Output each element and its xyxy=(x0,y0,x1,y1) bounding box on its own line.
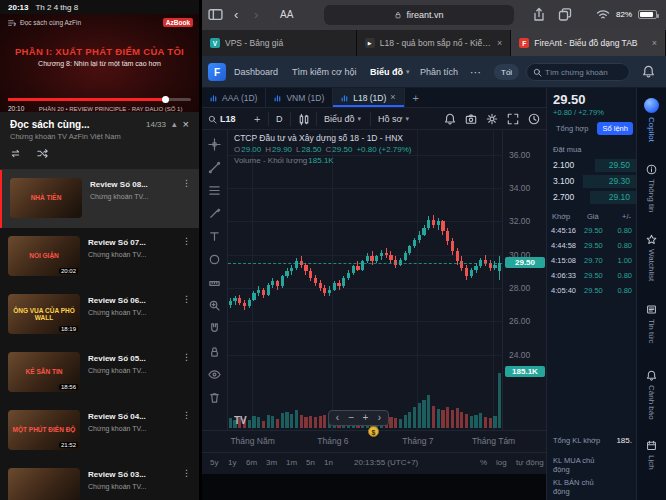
tool-fibonacci-icon[interactable] xyxy=(204,179,226,202)
log-scale-button[interactable]: log xyxy=(496,458,507,467)
kebab-menu-icon[interactable]: ⋮ xyxy=(180,410,193,420)
profile-menu[interactable]: Hồ sơ▾ xyxy=(378,108,409,130)
dock-calendar[interactable]: Lịch xyxy=(637,440,666,470)
gear-icon[interactable] xyxy=(486,108,498,130)
range-5y[interactable]: 5y xyxy=(210,458,218,467)
more-menu-icon[interactable]: ⋯ xyxy=(470,56,481,88)
nav-dashboard[interactable]: Dashboard xyxy=(234,56,278,88)
scroll-left-icon[interactable]: ‹ xyxy=(331,412,344,424)
list-item[interactable]: NỔI GIẬN 20:02 Review Số 07...Chứng khoá… xyxy=(0,228,199,286)
video-player[interactable]: Đọc sách cùng AzFin AzBook PHẦN I: XUẤT … xyxy=(0,14,199,112)
dock-watchlist[interactable]: Watchlist xyxy=(637,234,666,281)
new-chart-tab-button[interactable]: + xyxy=(405,88,427,107)
time-axis[interactable]: $ Tháng NămTháng 6Tháng 7Tháng Tám xyxy=(202,430,546,452)
back-icon[interactable]: ‹ xyxy=(234,7,238,22)
range-3m[interactable]: 3m xyxy=(266,458,277,467)
video-progress-bar[interactable] xyxy=(8,98,191,101)
kebab-menu-icon[interactable]: ⋮ xyxy=(180,236,193,246)
tool-ruler-icon[interactable] xyxy=(204,271,226,294)
alert-bell-icon[interactable] xyxy=(444,108,456,130)
nav-charts[interactable]: Biểu đồ▾ xyxy=(370,56,410,88)
interval-button[interactable]: D xyxy=(276,108,283,130)
share-icon[interactable] xyxy=(532,7,546,22)
chart-canvas[interactable]: CTCP Đầu tư và Xây dựng số 18 - 1D - HNX… xyxy=(228,130,502,430)
tool-brush-icon[interactable] xyxy=(204,202,226,225)
auto-scale-button[interactable]: tự động xyxy=(516,458,544,467)
tool-zoom-icon[interactable] xyxy=(204,294,226,317)
range-1d[interactable]: 1n xyxy=(324,458,333,467)
tool-trendline-icon[interactable] xyxy=(204,156,226,179)
range-5d[interactable]: 5n xyxy=(306,458,315,467)
chart-tab-l18[interactable]: L18 (1D) × xyxy=(333,88,404,107)
list-item[interactable]: ÔNG VUA CỦA PHỐ WALL 18:19 Review Số 06.… xyxy=(0,286,199,344)
tool-text-icon[interactable] xyxy=(204,225,226,248)
tab-order-book[interactable]: Sổ lệnh xyxy=(597,122,632,135)
chart-menu[interactable]: Biểu đồ▾ xyxy=(324,108,361,130)
forward-icon[interactable]: › xyxy=(254,7,258,22)
dock-news[interactable]: Tin tức xyxy=(637,304,666,344)
symbol-search[interactable]: L18 xyxy=(208,108,236,130)
fullscreen-icon[interactable] xyxy=(507,108,519,130)
sidebar-icon[interactable] xyxy=(208,7,223,22)
tabs-icon[interactable] xyxy=(558,7,572,22)
tool-shapes-icon[interactable] xyxy=(204,248,226,271)
tool-crosshair-icon[interactable] xyxy=(204,133,226,156)
kebab-menu-icon[interactable]: ⋮ xyxy=(180,352,193,362)
tool-magnet-icon[interactable] xyxy=(204,317,226,340)
range-6m[interactable]: 6m xyxy=(246,458,257,467)
dock-alerts[interactable]: Cảnh báo xyxy=(637,370,666,420)
browser-tab-l18-article[interactable]: ▶ L18 - quả bom sắp nổ - Kiến th... × xyxy=(357,30,512,56)
chart-zoom-controls[interactable]: ‹ − + › xyxy=(328,410,389,426)
dock-copilot[interactable]: Copilot xyxy=(637,98,666,142)
session-coin-icon[interactable]: $ xyxy=(368,426,379,437)
tradingview-logo[interactable]: TV xyxy=(234,415,247,426)
range-1m[interactable]: 1m xyxy=(286,458,297,467)
browser-tab-fireant[interactable]: F FireAnt - Biểu đồ dạng TAB × xyxy=(511,30,666,56)
kebab-menu-icon[interactable]: ⋮ xyxy=(180,468,193,478)
candle-body xyxy=(375,256,378,261)
close-icon[interactable]: × xyxy=(497,39,502,48)
zoom-in-icon[interactable]: + xyxy=(359,412,372,424)
tool-lock-icon[interactable] xyxy=(204,340,226,363)
browser-tab-vps[interactable]: V VPS - Bảng giá xyxy=(202,30,357,56)
kebab-menu-icon[interactable]: ⋮ xyxy=(180,178,193,188)
list-item[interactable]: MỘT PHÚT ĐIÊN ĐỘ 21:52 Review Số 04...Ch… xyxy=(0,402,199,460)
shuffle-icon[interactable] xyxy=(37,148,48,159)
percent-scale-button[interactable]: % xyxy=(480,458,487,467)
chevron-up-icon[interactable]: ▴ xyxy=(172,120,177,129)
range-1y[interactable]: 1y xyxy=(228,458,236,467)
fireant-logo[interactable]: F xyxy=(208,63,226,81)
order-book-panel: 29.50 +0.80 / +2.79% Tổng hợp Sổ lệnh Đặ… xyxy=(546,88,636,500)
price-axis[interactable]: 36.0034.0032.0030.0028.0026.0024.0029.50… xyxy=(502,130,546,430)
candle-style-icon[interactable] xyxy=(298,108,310,130)
close-icon[interactable]: × xyxy=(183,119,189,130)
stock-search[interactable] xyxy=(526,63,630,81)
tool-trash-icon[interactable] xyxy=(204,386,226,409)
chart-tab-aaa[interactable]: AAA (1D) xyxy=(202,88,266,107)
camera-icon[interactable] xyxy=(465,108,477,130)
clock-icon[interactable] xyxy=(528,108,540,130)
loop-icon[interactable] xyxy=(10,148,21,159)
tool-eye-icon[interactable] xyxy=(204,363,226,386)
reader-button[interactable]: AA xyxy=(280,9,293,20)
kebab-menu-icon[interactable]: ⋮ xyxy=(180,294,193,304)
list-item[interactable]: Review Số 03...Chứng khoán TV... ⋮ xyxy=(0,460,199,500)
tab-overview[interactable]: Tổng hợp xyxy=(551,122,593,135)
dock-info[interactable]: Thông tin xyxy=(637,164,666,212)
close-icon[interactable]: × xyxy=(652,39,657,48)
chart-tab-vnm[interactable]: VNM (1D) xyxy=(266,88,333,107)
progress-scrubber[interactable] xyxy=(162,96,169,103)
close-icon[interactable]: × xyxy=(390,93,395,102)
nav-opportunities[interactable]: Tìm kiếm cơ hội xyxy=(292,56,356,88)
theme-toggle[interactable]: Tối xyxy=(494,64,519,80)
clock-utc[interactable]: 20:13:55 (UTC+7) xyxy=(354,458,418,467)
list-item[interactable]: NHÀ TIỀN Review Số 08...Chứng khoán TV..… xyxy=(0,170,199,228)
bell-icon[interactable] xyxy=(642,65,655,78)
zoom-out-icon[interactable]: − xyxy=(345,412,358,424)
list-item[interactable]: KẺ SĂN TIN 18:56 Review Số 05...Chứng kh… xyxy=(0,344,199,402)
nav-analysis[interactable]: Phân tích xyxy=(420,56,458,88)
address-bar[interactable]: fireant.vn xyxy=(324,5,514,25)
search-input[interactable] xyxy=(545,68,623,77)
compare-add-icon[interactable]: + xyxy=(254,108,260,130)
scroll-right-icon[interactable]: › xyxy=(373,412,386,424)
